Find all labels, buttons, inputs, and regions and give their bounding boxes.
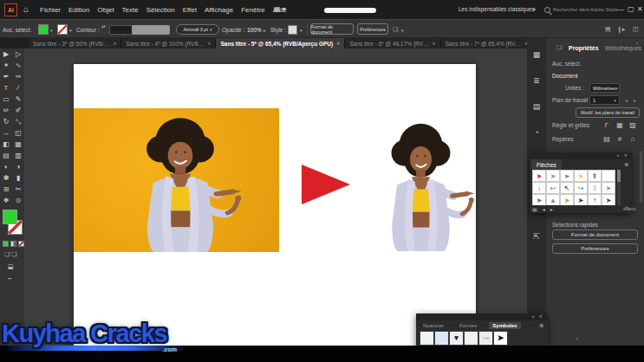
close-tab-icon[interactable]: ✕ (113, 41, 116, 46)
arrow-symbol-yellow[interactable]: ➤ (574, 170, 588, 182)
gradient-tool[interactable]: ▥ (12, 150, 24, 161)
screen-mode-icon[interactable]: ⬓ (8, 263, 14, 270)
export-panel-icon[interactable]: ⇱ (533, 232, 540, 242)
stroke-swatch[interactable] (57, 24, 68, 35)
scale-tool[interactable]: ⤡ (12, 116, 24, 127)
arrow-symbol-violet-up[interactable]: ⇧ (588, 182, 602, 194)
eyedropper-tool[interactable]: ◗ (0, 161, 12, 172)
preferences-button[interactable]: Préférences (357, 23, 388, 35)
workspace-label[interactable]: Les indispensables classiques (459, 6, 534, 12)
gradient-button[interactable] (10, 241, 16, 247)
slice-tool[interactable]: ✂ (12, 184, 24, 195)
symbols-panel-tab[interactable]: Formes (456, 322, 480, 329)
grid-scrollbar[interactable] (617, 170, 621, 205)
close-button[interactable]: ✕ (637, 4, 643, 15)
zoom-tool[interactable]: ⊙ (12, 195, 24, 206)
document-tab[interactable]: Sans titre - 3* @ 50% (RVB/… ✕ (29, 38, 121, 48)
selection-tool[interactable]: ▶ (0, 48, 12, 60)
tab-properties[interactable]: Propriétés (569, 45, 599, 51)
document-tab[interactable]: Sans titre - 7* @ 65,4% (RV… ✕ (441, 38, 534, 48)
width-profile-dropdown[interactable] (132, 25, 170, 35)
close-tab-icon[interactable]: ✕ (336, 41, 340, 46)
quick-action-button[interactable]: Format de document (552, 229, 638, 240)
maximize-button[interactable]: ▢ (628, 4, 634, 15)
quick-action-button[interactable]: Préférences (552, 243, 638, 254)
paintbrush-tool[interactable]: ✎ (12, 94, 24, 105)
placed-photo-before[interactable] (74, 108, 279, 252)
next-library-icon[interactable]: ▸ (550, 206, 553, 212)
brush-definition-dropdown[interactable]: Arrondi 3 pt ▾ (176, 24, 219, 35)
arrow-symbol-dark-2[interactable]: ▲ (546, 194, 560, 205)
edit-artboards-button[interactable]: Modif. les plans de travail (576, 107, 640, 118)
draw-mode-icon[interactable]: ❏ ❏ (4, 251, 17, 258)
panel-group-icon[interactable]: ❏ (556, 44, 562, 51)
arrow-symbol-red-down[interactable]: ↓ (532, 182, 546, 194)
close-tab-icon[interactable]: ✕ (432, 41, 435, 46)
red-arrow-shape[interactable] (301, 164, 351, 205)
app-icon[interactable]: Ai (4, 3, 17, 16)
color-button[interactable] (3, 241, 9, 247)
panel-title-bar[interactable]: « ✕ (530, 152, 632, 159)
shape-builder-tool[interactable]: ◧ (0, 139, 12, 150)
arrow-symbol-black-thin[interactable]: ↖ (560, 182, 574, 194)
document-tab[interactable]: Sans titre - 5* @ 65,4% (RVB/Aperçu GPU)… (216, 38, 345, 48)
symbol-swatch-dropdown[interactable]: ▾ (449, 331, 464, 346)
arrows-panel-tab[interactable]: Flèches (531, 159, 562, 170)
tab-libraries[interactable]: Bibliothèques (605, 45, 641, 51)
artboard[interactable] (74, 64, 476, 346)
arrow-symbol-gold[interactable]: ➤ (560, 194, 574, 205)
workspace-switcher-icon[interactable]: ▦ ▾ (274, 5, 286, 13)
previous-library-icon[interactable]: ◂ (543, 206, 545, 212)
hand-tool[interactable]: ❖ (0, 195, 12, 206)
direct-selection-tool[interactable]: ▷ (12, 48, 24, 60)
fill-swatch[interactable] (38, 24, 49, 35)
units-dropdown[interactable]: Millimètres ▾ (589, 83, 620, 93)
rotate-tool[interactable]: ↻ (0, 116, 12, 127)
symbol-swatch-2[interactable] (434, 331, 449, 346)
home-icon[interactable]: ⌂ (23, 3, 29, 16)
collapse-panels-icon[interactable]: » (635, 42, 641, 44)
arrange-documents-icon[interactable]: ◫ (633, 26, 639, 33)
chevron-down-icon[interactable]: ▾ (533, 6, 536, 12)
arrow-symbol-black-curved[interactable]: ➢ (560, 170, 574, 182)
rectangle-tool[interactable]: ▭ (0, 94, 12, 105)
magic-wand-tool[interactable]: ✶ (0, 60, 12, 71)
document-arrange-icon[interactable]: ▤ (605, 26, 611, 33)
menu-item[interactable]: Objet (97, 6, 114, 14)
menu-item[interactable]: Affichage (205, 6, 233, 14)
minimize-button[interactable]: — (617, 4, 624, 15)
symbol-swatch-5[interactable]: ↝ (478, 331, 493, 346)
panel-menu-icon[interactable]: ≣ (624, 161, 628, 167)
arrow-symbol-blank[interactable] (602, 170, 615, 182)
arrow-symbol-orange-curve[interactable]: ↩ (546, 182, 560, 194)
symbols-panel-tab[interactable]: Symboles (489, 322, 520, 329)
chevron-down-icon[interactable]: ▾ (401, 28, 404, 33)
snap-grid-icon[interactable]: # (615, 134, 625, 144)
previous-artboard-icon[interactable]: ◂ (625, 97, 628, 103)
symbol-swatch-black-arrow[interactable]: ➤ (493, 331, 508, 346)
menu-item[interactable]: Sélection (146, 6, 175, 14)
arrow-symbol-pink[interactable]: ➤ (602, 182, 615, 194)
guides-icon[interactable]: ▤ (602, 134, 612, 144)
mesh-tool[interactable]: ▤ (0, 150, 12, 161)
opacity-value[interactable]: 100% (247, 27, 262, 33)
pen-tool[interactable]: ✒ (0, 71, 12, 82)
arrow-symbol-dark-3[interactable]: ➤ (574, 194, 588, 205)
stroke-weight-stepper[interactable]: ▴▾ (101, 24, 106, 29)
perspective-grid-tool[interactable]: ▦ (12, 139, 24, 150)
document-setup-button[interactable]: Format de document (310, 23, 354, 35)
arrow-symbol-dark-1[interactable]: ➤ (532, 194, 546, 205)
document-tab[interactable]: Sans titre - 4* @ 100% (RVB… ✕ (121, 38, 216, 48)
menu-item[interactable]: Texte (122, 6, 139, 14)
expand-panel-icon[interactable]: ❙▸ (617, 26, 625, 33)
symbols-panel-tab[interactable]: Nuancier (420, 322, 447, 329)
library-menu-icon[interactable]: ▤ (532, 206, 537, 212)
panel-options-icon[interactable]: ❏ (393, 26, 398, 33)
chevron-down-icon[interactable]: ▾ (300, 28, 302, 33)
artboard-dropdown[interactable]: 1 ▾ (589, 95, 620, 105)
color-panel-icon[interactable]: ▦ (533, 50, 541, 60)
next-artboard-icon[interactable]: ▸ (634, 97, 636, 103)
scroll-down-icon[interactable]: ⌄ (575, 334, 580, 341)
stroke-panel-icon[interactable]: ◔ (534, 128, 538, 138)
menu-item[interactable]: Fenêtre (241, 6, 265, 14)
